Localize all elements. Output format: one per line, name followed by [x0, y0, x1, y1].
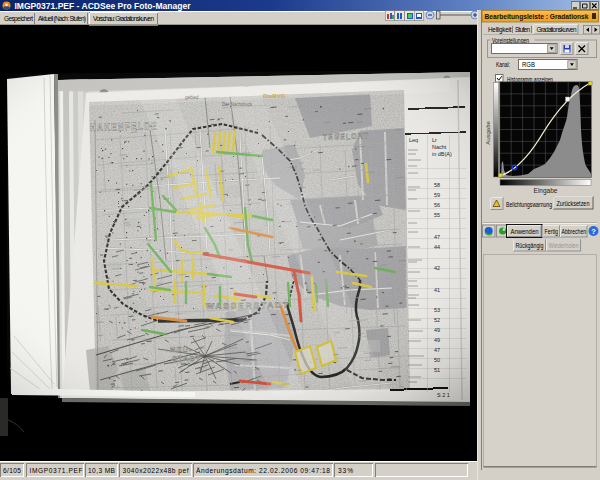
svg-text:RGB: RGB — [522, 61, 536, 68]
svg-text:Eingabe: Eingabe — [534, 187, 558, 195]
svg-text:IMGP0371.PEF: IMGP0371.PEF — [30, 467, 83, 474]
svg-text:Kanal:: Kanal: — [496, 61, 510, 68]
svg-text:6/105: 6/105 — [3, 467, 21, 474]
svg-text:Aktuell (Nach: Stufen): Aktuell (Nach: Stufen) — [38, 15, 86, 23]
svg-text:Gespeichert: Gespeichert — [4, 15, 33, 23]
svg-text:Bearbeitungsleiste : Gradation: Bearbeitungsleiste : Gradationsk — [485, 12, 590, 21]
svg-text:Helligkeit: Helligkeit — [488, 26, 512, 34]
svg-text:Belichtungswarnung: Belichtungswarnung — [506, 201, 552, 209]
svg-text:Änderungsdatum: 22.02.2006 09:: Änderungsdatum: 22.02.2006 09:47:18 — [196, 467, 330, 475]
svg-text:3040x2022x48b pef: 3040x2022x48b pef — [123, 467, 189, 475]
svg-text:Ausgabe: Ausgabe — [485, 120, 491, 144]
svg-text:Wiederholen: Wiederholen — [549, 242, 579, 249]
svg-text:Fertig: Fertig — [545, 228, 559, 236]
svg-text:Zurücksetzen: Zurücksetzen — [557, 200, 590, 207]
svg-text:Abbrechen: Abbrechen — [562, 228, 587, 235]
svg-text:Anwenden: Anwenden — [511, 228, 539, 235]
svg-text:IMGP0371.PEF - ACDSee Pro Foto: IMGP0371.PEF - ACDSee Pro Foto-Manager — [15, 1, 192, 11]
svg-text:Gradationskurven: Gradationskurven — [537, 26, 577, 33]
svg-text:?: ? — [591, 227, 596, 236]
svg-text:33%: 33% — [338, 467, 353, 474]
svg-text:10,3 MB: 10,3 MB — [88, 467, 116, 474]
svg-text:Rückgängig: Rückgängig — [516, 242, 544, 250]
svg-text:Stufen: Stufen — [515, 26, 530, 33]
svg-text:Vorschau: Gradationskurven: Vorschau: Gradationskurven — [93, 15, 154, 22]
